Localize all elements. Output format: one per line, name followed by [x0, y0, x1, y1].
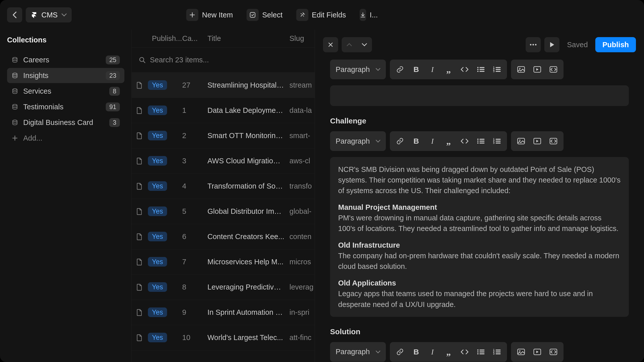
- embed-button[interactable]: [545, 61, 561, 77]
- collection-item-services[interactable]: Services 8: [7, 84, 124, 99]
- embed-button[interactable]: [545, 344, 561, 360]
- table-row[interactable]: Yes7Microservices Help M...micros: [132, 249, 315, 275]
- challenge-content[interactable]: NCR's SMB Division was being dragged dow…: [330, 157, 629, 317]
- close-button[interactable]: [323, 37, 338, 52]
- editor-toolbar: Saved Publish: [315, 30, 644, 60]
- select-button[interactable]: Select: [241, 7, 288, 22]
- publish-button[interactable]: Publish: [595, 37, 636, 52]
- italic-button[interactable]: I: [424, 133, 440, 149]
- table-row[interactable]: Yes3AWS Cloud Migration ...aws-cl: [132, 148, 315, 174]
- table-row[interactable]: Yes6Content Creators Kee...conten: [132, 224, 315, 249]
- checkbox-icon: [247, 9, 259, 21]
- bold-button[interactable]: B: [408, 133, 424, 149]
- col-category[interactable]: Ca...: [177, 34, 202, 43]
- preview-button[interactable]: [544, 37, 559, 52]
- link-button[interactable]: [392, 61, 408, 77]
- content-field-empty[interactable]: [330, 85, 629, 106]
- bold-button[interactable]: B: [408, 61, 424, 77]
- svg-rect-22: [518, 67, 525, 72]
- bold-button[interactable]: B: [408, 344, 424, 360]
- quote-button[interactable]: „: [440, 344, 457, 360]
- prev-item-button[interactable]: [342, 37, 357, 52]
- bullet-list-button[interactable]: [473, 133, 489, 149]
- table-header-row: Publish... Ca... Title Slug: [132, 30, 315, 47]
- svg-point-39: [519, 140, 521, 141]
- table-row[interactable]: Yes2Smart OTT Monitoring...smart-: [132, 123, 315, 148]
- block-type-label: Paragraph: [336, 65, 370, 74]
- import-label: I...: [370, 11, 378, 19]
- table-row[interactable]: Yes10World's Largest Telec...att-finc: [132, 325, 315, 350]
- table-row[interactable]: Yes1Data Lake Deployment...data-la: [132, 98, 315, 123]
- collection-item-insights[interactable]: Insights 23: [7, 68, 124, 83]
- bullet-list-button[interactable]: [473, 61, 489, 77]
- table-row[interactable]: Yes9In Sprint Automation E...in-spri: [132, 300, 315, 325]
- svg-rect-35: [496, 141, 501, 142]
- italic-button[interactable]: I: [424, 61, 440, 77]
- row-number: 27: [177, 81, 202, 89]
- quote-button[interactable]: „: [440, 133, 457, 149]
- svg-point-4: [13, 104, 17, 106]
- image-button[interactable]: [513, 61, 529, 77]
- document-icon: [132, 208, 147, 215]
- next-item-button[interactable]: [357, 37, 372, 52]
- col-title[interactable]: Title: [202, 34, 284, 43]
- link-button[interactable]: [392, 133, 408, 149]
- numbered-list-button[interactable]: 123: [489, 133, 505, 149]
- table-row[interactable]: Yes27Streamlining Hospitalit...stream: [132, 73, 315, 98]
- image-button[interactable]: [513, 344, 529, 360]
- svg-point-5: [13, 120, 17, 122]
- block-type-dropdown[interactable]: Paragraph: [330, 60, 386, 79]
- quote-button[interactable]: „: [440, 61, 457, 77]
- row-number: 1: [177, 106, 202, 115]
- more-button[interactable]: [526, 37, 541, 52]
- numbered-list-icon: 123: [493, 349, 501, 355]
- edit-fields-button[interactable]: Edit Fields: [291, 7, 351, 22]
- link-button[interactable]: [392, 344, 408, 360]
- collection-name: Careers: [23, 56, 101, 64]
- col-slug[interactable]: Slug: [284, 34, 315, 43]
- code-button[interactable]: [457, 61, 473, 77]
- collection-item-careers[interactable]: Careers 25: [7, 52, 124, 67]
- svg-rect-31: [479, 143, 485, 144]
- import-button[interactable]: I...: [355, 7, 380, 22]
- numbered-list-button[interactable]: 123: [489, 61, 505, 77]
- image-button[interactable]: [513, 133, 529, 149]
- code-button[interactable]: [457, 344, 473, 360]
- video-button[interactable]: [529, 344, 545, 360]
- svg-rect-47: [479, 353, 485, 354]
- add-collection-button[interactable]: Add...: [7, 131, 124, 146]
- table-row[interactable]: Yes8Leveraging Predictive ...leverag: [132, 275, 315, 300]
- code-button[interactable]: [457, 133, 473, 149]
- bullet-list-icon: [477, 138, 485, 144]
- chevron-down-icon: [376, 350, 380, 353]
- new-item-button[interactable]: New Item: [181, 7, 238, 22]
- collection-item-digital-business-card[interactable]: Digital Business Card 3: [7, 115, 124, 130]
- svg-point-28: [477, 141, 479, 142]
- table-row[interactable]: Yes4Transformation of Sou...transfo: [132, 174, 315, 199]
- numbered-list-button[interactable]: 123: [489, 344, 505, 360]
- table-row[interactable]: Yes5Global Distributor Impr...global-: [132, 199, 315, 224]
- italic-button[interactable]: I: [424, 344, 440, 360]
- search-input[interactable]: [150, 56, 308, 64]
- download-icon: [360, 9, 366, 21]
- collection-name: Digital Business Card: [23, 118, 104, 127]
- code-icon: [461, 349, 469, 355]
- video-button[interactable]: [529, 61, 545, 77]
- content-paragraph: The company had on-prem hardware that co…: [338, 252, 619, 270]
- row-number: 7: [177, 258, 202, 266]
- collection-item-testimonials[interactable]: Testimonials 91: [7, 99, 124, 114]
- row-number: 10: [177, 333, 202, 342]
- embed-button[interactable]: [545, 133, 561, 149]
- block-type-dropdown[interactable]: Paragraph: [330, 131, 386, 151]
- row-number: 4: [177, 182, 202, 190]
- back-button[interactable]: [7, 7, 22, 22]
- svg-point-14: [477, 71, 479, 72]
- svg-rect-37: [496, 143, 501, 144]
- workspace-dropdown[interactable]: CMS: [26, 7, 72, 22]
- video-button[interactable]: [529, 133, 545, 149]
- svg-rect-49: [496, 349, 501, 350]
- bullet-list-button[interactable]: [473, 344, 489, 360]
- dots-icon: [529, 44, 537, 46]
- block-type-dropdown[interactable]: Paragraph: [330, 342, 386, 362]
- col-publish[interactable]: Publish...: [147, 34, 177, 43]
